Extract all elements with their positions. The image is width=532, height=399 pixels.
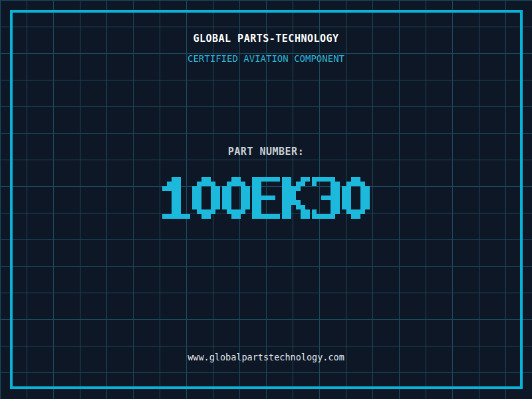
certification-tagline: CERTIFIED AVIATION COMPONENT xyxy=(0,54,532,63)
blueprint-grid-background: GLOBAL PARTS-TECHNOLOGY CERTIFIED AVIATI… xyxy=(0,0,532,399)
company-name: GLOBAL PARTS-TECHNOLOGY xyxy=(0,34,532,44)
part-number-label: PART NUMBER: xyxy=(0,147,532,157)
part-number-value xyxy=(0,177,532,219)
website-url: www.globalpartstechnology.com xyxy=(0,353,532,362)
